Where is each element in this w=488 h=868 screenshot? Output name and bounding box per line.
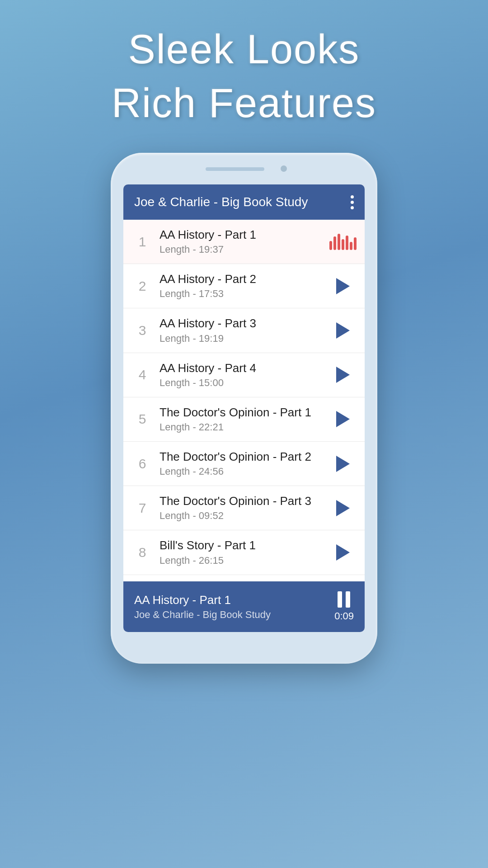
track-action[interactable] (330, 544, 356, 561)
phone-mockup: Joe & Charlie - Big Book Study 1AA Histo… (111, 153, 377, 664)
track-title: The Doctor's Opinion - Part 1 (160, 406, 330, 420)
track-title: Bill's Story - Part 1 (160, 538, 330, 552)
track-info: The Doctor's Opinion - Part 3Length - 09… (152, 494, 330, 522)
app-header: Joe & Charlie - Big Book Study (123, 184, 365, 220)
track-number: 4 (132, 367, 152, 382)
track-duration: Length - 09:52 (160, 510, 330, 522)
playback-time: 0:09 (334, 610, 354, 622)
track-item[interactable]: 3AA History - Part 3Length - 19:19 (123, 308, 365, 353)
track-info: Bill's Story - Part 1Length - 26:15 (152, 538, 330, 566)
play-button[interactable] (336, 322, 350, 339)
track-number: 5 (132, 411, 152, 427)
track-number: 8 (132, 545, 152, 560)
app-title: Joe & Charlie - Big Book Study (134, 195, 351, 209)
track-info: AA History - Part 4Length - 15:00 (152, 361, 330, 389)
track-title: The Doctor's Opinion - Part 3 (160, 494, 330, 508)
track-action[interactable] (330, 278, 356, 294)
play-button[interactable] (336, 456, 350, 472)
track-title: AA History - Part 3 (160, 316, 330, 330)
track-title: AA History - Part 1 (160, 228, 330, 242)
track-info: AA History - Part 3Length - 19:19 (152, 316, 330, 344)
track-number: 1 (132, 234, 152, 250)
track-number: 3 (132, 323, 152, 338)
now-playing-title: AA History - Part 1 (134, 593, 334, 607)
track-action[interactable] (330, 411, 356, 427)
pause-button[interactable] (338, 591, 350, 608)
dot3 (351, 206, 354, 209)
hero-section: Sleek Looks Rich Features (112, 27, 376, 126)
phone-screen: Joe & Charlie - Big Book Study 1AA Histo… (123, 184, 365, 632)
track-title: AA History - Part 4 (160, 361, 330, 375)
now-playing-subtitle: Joe & Charlie - Big Book Study (134, 609, 334, 621)
track-info: AA History - Part 1Length - 19:37 (152, 228, 330, 255)
track-action[interactable] (330, 234, 356, 250)
track-duration: Length - 22:21 (160, 421, 330, 433)
track-item[interactable]: 6The Doctor's Opinion - Part 2Length - 2… (123, 442, 365, 486)
track-item[interactable]: 9Bill's Story - Part 2Length - 25:17 (123, 575, 365, 582)
track-list: 1AA History - Part 1Length - 19:372AA Hi… (123, 220, 365, 581)
hero-line2: Rich Features (112, 81, 376, 126)
track-item[interactable]: 1AA History - Part 1Length - 19:37 (123, 220, 365, 264)
track-item[interactable]: 4AA History - Part 4Length - 15:00 (123, 353, 365, 397)
track-action[interactable] (330, 500, 356, 516)
track-title: AA History - Part 2 (160, 272, 330, 286)
track-item[interactable]: 8Bill's Story - Part 1Length - 26:15 (123, 530, 365, 575)
track-duration: Length - 15:00 (160, 377, 330, 389)
track-action[interactable] (330, 322, 356, 339)
track-number: 7 (132, 500, 152, 516)
track-info: AA History - Part 2Length - 17:53 (152, 272, 330, 300)
play-button[interactable] (336, 278, 350, 294)
track-item[interactable]: 5The Doctor's Opinion - Part 1Length - 2… (123, 397, 365, 442)
play-button[interactable] (336, 544, 350, 561)
dot2 (351, 201, 354, 204)
more-options-button[interactable] (351, 195, 354, 209)
pause-bar-left (338, 591, 342, 608)
hero-line1: Sleek Looks (112, 27, 376, 72)
track-action[interactable] (330, 456, 356, 472)
track-duration: Length - 19:37 (160, 244, 330, 255)
now-playing-bar: AA History - Part 1 Joe & Charlie - Big … (123, 581, 365, 632)
now-playing-info: AA History - Part 1 Joe & Charlie - Big … (134, 593, 334, 621)
track-item[interactable]: 7The Doctor's Opinion - Part 3Length - 0… (123, 486, 365, 530)
track-duration: Length - 17:53 (160, 288, 330, 300)
track-item[interactable]: 2AA History - Part 2Length - 17:53 (123, 264, 365, 308)
track-info: The Doctor's Opinion - Part 1Length - 22… (152, 406, 330, 433)
play-button[interactable] (336, 411, 350, 427)
track-action[interactable] (330, 367, 356, 383)
track-duration: Length - 19:19 (160, 333, 330, 344)
pause-bar-right (346, 591, 350, 608)
now-playing-controls: 0:09 (334, 591, 354, 622)
track-title: The Doctor's Opinion - Part 2 (160, 450, 330, 464)
track-info: The Doctor's Opinion - Part 2Length - 24… (152, 450, 330, 477)
dot1 (351, 195, 354, 198)
play-button[interactable] (336, 500, 350, 516)
track-duration: Length - 24:56 (160, 466, 330, 477)
play-button[interactable] (336, 367, 350, 383)
track-number: 6 (132, 456, 152, 472)
waveform-icon (329, 234, 357, 250)
track-duration: Length - 26:15 (160, 555, 330, 566)
track-number: 2 (132, 278, 152, 294)
